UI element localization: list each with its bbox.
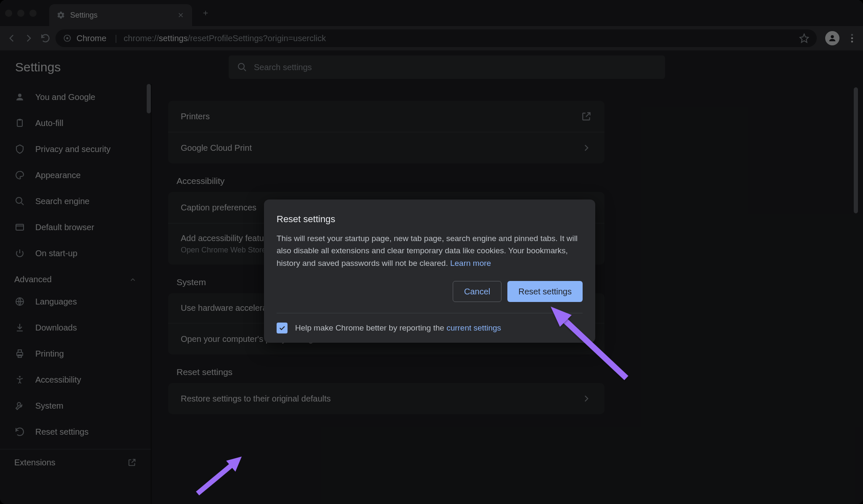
report-checkbox[interactable]: [277, 323, 288, 333]
dialog-footer: Help make Chrome better by reporting the…: [277, 313, 583, 343]
browser-window: Settings Chrome | chrome://settings/rese…: [0, 0, 863, 504]
dialog-title: Reset settings: [277, 214, 583, 225]
dialog-body: This will reset your startup page, new t…: [277, 232, 583, 269]
reset-settings-button[interactable]: Reset settings: [507, 281, 583, 302]
current-settings-link[interactable]: current settings: [446, 323, 501, 332]
help-text: Help make Chrome better by reporting the…: [295, 323, 501, 333]
dialog-buttons: Cancel Reset settings: [277, 281, 583, 302]
reset-settings-dialog: Reset settings This will reset your star…: [264, 200, 595, 343]
learn-more-link[interactable]: Learn more: [450, 259, 491, 268]
cancel-button[interactable]: Cancel: [453, 281, 501, 302]
